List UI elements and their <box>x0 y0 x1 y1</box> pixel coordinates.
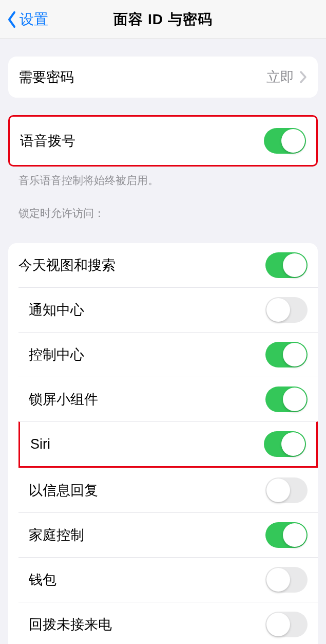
allow-row-0: 今天视图和搜索 <box>8 243 318 287</box>
require-passcode-row[interactable]: 需要密码 立即 <box>8 57 318 98</box>
allow-label: 家庭控制 <box>29 526 84 544</box>
require-passcode-value: 立即 <box>266 68 294 86</box>
chevron-left-icon <box>6 10 17 29</box>
allow-row-4: Siri <box>18 421 318 468</box>
allow-row-8: 回拨未接来电 <box>18 602 318 644</box>
allow-row-5: 以信息回复 <box>18 468 318 512</box>
allow-label: 锁屏小组件 <box>29 390 98 409</box>
allow-label: 钱包 <box>29 571 56 589</box>
require-passcode-group: 需要密码 立即 <box>8 57 318 98</box>
allow-toggle-8[interactable] <box>265 612 308 637</box>
back-label: 设置 <box>20 10 48 29</box>
nav-bar: 设置 面容 ID 与密码 <box>0 0 326 39</box>
back-button[interactable]: 设置 <box>0 10 48 29</box>
page-title: 面容 ID 与密码 <box>0 10 326 29</box>
allow-row-2: 控制中心 <box>18 332 318 377</box>
allow-label: 以信息回复 <box>29 481 98 500</box>
chevron-right-icon <box>299 70 308 84</box>
allow-label: Siri <box>30 436 50 452</box>
allow-label: 回拨未接来电 <box>29 615 112 634</box>
allow-label: 控制中心 <box>29 345 84 364</box>
voice-dial-toggle[interactable] <box>264 128 306 154</box>
allow-toggle-2[interactable] <box>265 342 308 367</box>
require-passcode-label: 需要密码 <box>18 68 74 86</box>
allow-toggle-5[interactable] <box>265 477 308 503</box>
voice-dial-note: 音乐语音控制将始终被启用。 <box>8 167 318 188</box>
allow-toggle-3[interactable] <box>265 387 308 412</box>
allow-toggle-1[interactable] <box>265 297 308 323</box>
allow-row-1: 通知中心 <box>18 287 318 332</box>
voice-dial-group: 语音拨号 <box>8 115 318 167</box>
allow-row-6: 家庭控制 <box>18 512 318 557</box>
allow-toggle-4[interactable] <box>264 431 306 457</box>
voice-dial-label: 语音拨号 <box>20 132 75 150</box>
voice-dial-row: 语音拨号 <box>10 117 316 165</box>
allow-access-list: 今天视图和搜索通知中心控制中心锁屏小组件Siri以信息回复家庭控制钱包回拨未接来… <box>8 243 318 644</box>
allow-toggle-7[interactable] <box>265 567 308 593</box>
allow-label: 今天视图和搜索 <box>18 256 116 274</box>
allow-toggle-6[interactable] <box>265 522 308 548</box>
allow-toggle-0[interactable] <box>265 252 308 278</box>
allow-row-3: 锁屏小组件 <box>18 377 318 421</box>
allow-row-7: 钱包 <box>18 557 318 602</box>
allow-access-header: 锁定时允许访问： <box>8 188 318 226</box>
allow-label: 通知中心 <box>29 301 84 319</box>
